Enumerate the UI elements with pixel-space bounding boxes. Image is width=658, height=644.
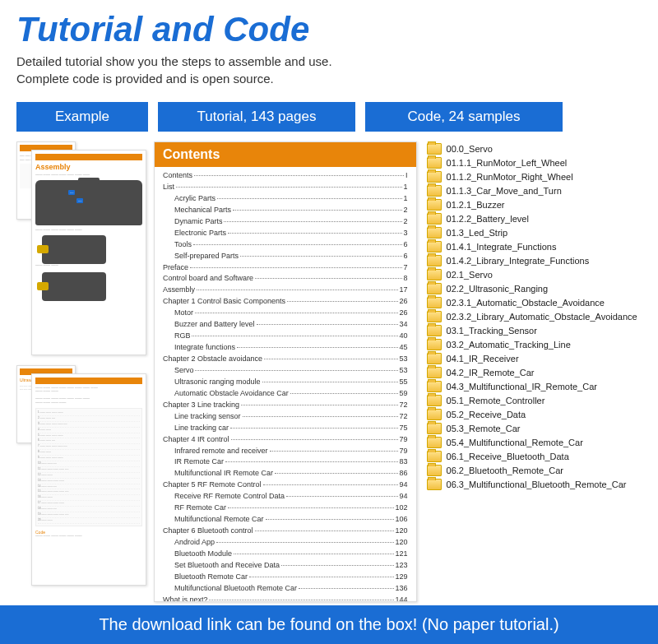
- folder-icon: [427, 325, 442, 336]
- toc-page: 136: [396, 583, 408, 595]
- toc-label: Dynamic Parts: [174, 216, 223, 228]
- folder-item[interactable]: 06.1_Receive_Bluetooth_Data: [427, 449, 642, 463]
- toc-item: Acrylic Parts1: [163, 193, 408, 205]
- folder-name: 04.1_IR_Receiver: [447, 354, 519, 364]
- toc-page: 3: [404, 228, 408, 239]
- table-of-contents: ContentsIList1Acrylic Parts1Mechanical P…: [155, 167, 416, 602]
- folder-icon: [427, 185, 442, 197]
- placeholder-text: ─── ─── ─── ─── ─── ─── ─── ────── ─── ─…: [35, 387, 142, 405]
- toc-page: 121: [396, 549, 408, 560]
- folder-item[interactable]: 01.3_Led_Strip: [427, 225, 642, 239]
- toc-label: Ultrasonic ranging module: [174, 377, 261, 388]
- toc-page: 123: [396, 560, 408, 572]
- footer-banner: The download link can be found on the bo…: [0, 605, 658, 644]
- folder-item[interactable]: 01.2.2_Battery_level: [427, 211, 642, 225]
- folder-name: 00.0_Servo: [447, 144, 493, 154]
- folder-item[interactable]: 01.1.1_RunMotor_Left_Wheel: [427, 155, 642, 169]
- folder-item[interactable]: 01.4.1_Integrate_Functions: [427, 239, 642, 253]
- folder-item[interactable]: 06.3_Multifunctional_Bluetooth_Remote_Ca…: [427, 477, 642, 491]
- toc-page: 106: [396, 514, 408, 526]
- toc-item: Chapter 4 IR control79: [163, 434, 408, 446]
- toc-label: Receive RF Remote Control Data: [174, 491, 285, 503]
- folder-icon: [427, 199, 442, 211]
- subtitle-line-2: Complete code is provided and is open so…: [16, 70, 642, 87]
- toc-item: Chapter 1 Control Basic Components26: [163, 296, 408, 308]
- toc-item: Multifunctional Bluetooth Remote Car136: [163, 583, 408, 595]
- toc-label: Multifunctional Bluetooth Remote Car: [174, 583, 297, 595]
- folder-item[interactable]: 05.3_Remote_Car: [427, 421, 642, 435]
- folder-item[interactable]: 02.3.1_Automatic_Obstacle_Avoidance: [427, 295, 642, 309]
- toc-page: 26: [400, 308, 408, 319]
- folder-item[interactable]: 02.3.2_Library_Automatic_Obstacle_Avoida…: [427, 309, 642, 323]
- contents-page: Contents ContentsIList1Acrylic Parts1Mec…: [154, 141, 417, 602]
- folder-icon: [427, 423, 442, 434]
- toc-item: Tools6: [163, 239, 408, 251]
- folder-icon: [427, 465, 442, 476]
- folder-icon: [427, 157, 442, 169]
- toc-page: 53: [400, 365, 408, 377]
- toc-item: Servo53: [163, 365, 408, 377]
- folder-icon: [427, 311, 442, 322]
- example-code-pages: Ultrasonic sen ── ── ── ──── ── ── ─── ─…: [16, 365, 144, 587]
- chassis-small: [42, 272, 106, 301]
- folder-icon: [427, 255, 442, 266]
- toc-item: RGB40: [163, 331, 408, 342]
- toc-page: 55: [400, 377, 408, 388]
- toc-page: 26: [400, 296, 408, 308]
- toc-page: 120: [396, 537, 408, 549]
- toc-label: Electronic Parts: [174, 228, 226, 239]
- folder-item[interactable]: 02.2_Ultrasonic_Ranging: [427, 281, 642, 295]
- folder-item[interactable]: 00.0_Servo: [427, 141, 642, 155]
- folder-item[interactable]: 03.2_Automatic_Tracking_Line: [427, 337, 642, 351]
- folder-item[interactable]: 06.2_Bluetooth_Remote_Car: [427, 463, 642, 477]
- toc-item: Chapter 3 Line tracking72: [163, 400, 408, 411]
- folder-name: 03.2_Automatic_Tracking_Line: [447, 340, 571, 350]
- folder-name: 01.3_Led_Strip: [447, 228, 508, 238]
- folder-item[interactable]: 04.2_IR_Remote_Car: [427, 365, 642, 379]
- folder-name: 02.1_Servo: [447, 270, 493, 280]
- folder-item[interactable]: 05.2_Receive_Data: [427, 407, 642, 421]
- toc-page: 79: [400, 446, 408, 457]
- toc-label: List: [163, 182, 174, 193]
- folder-icon: [427, 227, 442, 239]
- folder-name: 01.4.1_Integrate_Functions: [447, 242, 557, 252]
- folder-item[interactable]: 05.4_Multifunctional_Remote_Car: [427, 435, 642, 449]
- toc-label: Line tracking car: [174, 423, 229, 434]
- folder-item[interactable]: 04.3_Multifunctional_IR_Remote_Car: [427, 379, 642, 393]
- folder-item[interactable]: 01.1.3_Car_Move_and_Turn: [427, 183, 642, 197]
- folder-icon: [427, 381, 442, 392]
- folder-name: 02.3.1_Automatic_Obstacle_Avoidance: [447, 298, 605, 308]
- toc-label: Automatic Obstacle Avoidance Car: [174, 388, 289, 400]
- folder-item[interactable]: 01.4.2_Library_Integrate_Functions: [427, 253, 642, 267]
- toc-page: 6: [404, 239, 408, 251]
- folder-icon: [427, 171, 442, 183]
- folder-item[interactable]: 03.1_Tracking_Sensor: [427, 323, 642, 337]
- content-row: ── ── ── ── ── ── ── ── ── Assembly ─── …: [0, 141, 658, 602]
- label-tutorial: Tutorial, 143 pages: [158, 102, 355, 132]
- toc-page: 1: [404, 193, 408, 205]
- toc-page: 40: [400, 331, 408, 342]
- toc-label: RF Remote Car: [174, 503, 226, 514]
- toc-page: I: [405, 170, 408, 182]
- toc-label: Motor: [174, 308, 193, 319]
- folder-name: 01.1.3_Car_Move_and_Turn: [447, 186, 562, 196]
- folder-icon: [427, 339, 442, 350]
- page-thumb-front: ─── ─── ─── ─── ─── ─── ─── ────── ─── ─…: [31, 373, 146, 586]
- toc-item: Set Bluetooth and Receive Data123: [163, 560, 408, 572]
- toc-label: Control board and Software: [163, 273, 253, 285]
- example-assembly-pages: ── ── ── ── ── ── ── ── ── Assembly ─── …: [16, 141, 144, 355]
- toc-item: ContentsI: [163, 170, 408, 182]
- page-title: Tutorial and Code: [16, 10, 642, 49]
- toc-label: Buzzer and Battery level: [174, 319, 255, 331]
- folder-item[interactable]: 05.1_Remote_Controller: [427, 393, 642, 407]
- toc-item: Mechanical Parts2: [163, 205, 408, 216]
- folder-item[interactable]: 01.1.2_RunMotor_Right_Wheel: [427, 169, 642, 183]
- toc-page: 45: [400, 342, 408, 354]
- contents-title: Contents: [155, 142, 416, 167]
- folder-item[interactable]: 04.1_IR_Receiver: [427, 351, 642, 365]
- toc-page: 7: [404, 262, 408, 274]
- toc-label: Multifunctional IR Remote Car: [174, 468, 273, 480]
- folder-item[interactable]: 02.1_Servo: [427, 267, 642, 281]
- folder-icon: [427, 479, 442, 490]
- folder-item[interactable]: 01.2.1_Buzzer: [427, 197, 642, 211]
